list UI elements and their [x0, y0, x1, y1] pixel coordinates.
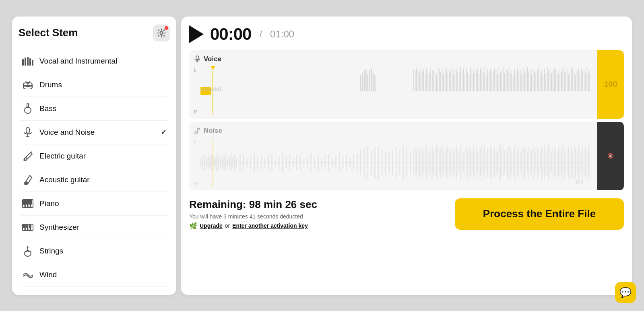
svg-rect-353	[535, 151, 536, 174]
svg-rect-201	[208, 155, 209, 170]
stem-item-acoustic-guitar[interactable]: Acoustic guitar	[19, 168, 170, 192]
svg-rect-383	[578, 144, 579, 181]
strings-icon	[22, 245, 34, 257]
noise-waveform	[200, 138, 591, 187]
svg-rect-127	[497, 74, 498, 91]
svg-rect-257	[378, 146, 379, 179]
svg-rect-273	[422, 146, 423, 179]
stem-label-piano: Piano	[39, 199, 167, 208]
svg-rect-256	[374, 147, 376, 178]
svg-rect-126	[496, 70, 497, 91]
svg-rect-44	[196, 56, 198, 60]
svg-rect-203	[211, 154, 212, 171]
upgrade-leaf-icon: 🌿	[189, 222, 197, 230]
svg-rect-263	[399, 150, 400, 175]
svg-rect-120	[487, 69, 488, 91]
stem-item-strings[interactable]: Strings	[19, 239, 170, 263]
svg-rect-198	[202, 157, 203, 169]
svg-rect-134	[507, 71, 508, 91]
svg-rect-5	[32, 60, 33, 66]
svg-rect-276	[426, 145, 427, 180]
svg-rect-244	[332, 159, 333, 167]
svg-rect-151	[531, 74, 532, 91]
svg-rect-166	[553, 70, 553, 91]
svg-rect-114	[479, 74, 479, 91]
piano-icon	[22, 198, 34, 210]
svg-rect-287	[442, 146, 443, 179]
svg-rect-321	[490, 147, 491, 178]
stem-item-wind[interactable]: Wind	[19, 263, 170, 287]
svg-rect-243	[328, 154, 329, 171]
svg-rect-97	[454, 70, 455, 91]
svg-rect-112	[476, 71, 477, 91]
svg-rect-117	[483, 72, 484, 91]
svg-rect-164	[550, 68, 551, 91]
svg-rect-104	[464, 74, 465, 91]
svg-rect-325	[496, 149, 497, 176]
svg-rect-275	[425, 148, 425, 177]
bass-icon	[22, 103, 34, 115]
svg-rect-294	[452, 146, 452, 179]
svg-rect-179	[571, 69, 572, 91]
svg-rect-289	[445, 153, 446, 172]
time-total: 01:00	[270, 29, 294, 40]
svg-rect-259	[385, 151, 386, 174]
svg-rect-227	[271, 154, 272, 171]
svg-rect-82	[433, 70, 434, 91]
activation-key-link[interactable]: Enter another activation key	[232, 222, 308, 229]
play-triangle-icon	[189, 25, 204, 43]
svg-rect-70	[416, 68, 417, 91]
svg-rect-373	[564, 147, 565, 178]
svg-rect-371	[561, 150, 562, 175]
svg-rect-220	[247, 159, 248, 167]
svg-rect-377	[570, 150, 570, 175]
svg-rect-67	[374, 75, 376, 91]
chat-bubble-button[interactable]: 💬	[615, 282, 636, 303]
svg-rect-171	[559, 70, 560, 91]
voice-noise-icon	[22, 126, 34, 138]
svg-rect-291	[448, 145, 448, 180]
process-button[interactable]: Process the Entire File	[455, 198, 624, 230]
svg-rect-60	[362, 73, 363, 91]
stem-item-electric-guitar[interactable]: Electric guitar	[19, 144, 170, 168]
svg-rect-153	[534, 71, 535, 91]
stem-item-vocal-instrumental[interactable]: Vocal and Instrumental	[19, 49, 170, 73]
svg-rect-94	[450, 71, 451, 91]
svg-rect-350	[531, 150, 532, 175]
svg-rect-346	[526, 145, 526, 180]
wind-icon	[22, 269, 34, 281]
settings-button[interactable]	[153, 25, 170, 41]
upgrade-or-text: or	[225, 222, 230, 229]
stem-item-voice-noise[interactable]: Voice and Noise ✓	[19, 121, 170, 144]
svg-rect-328	[500, 144, 501, 181]
svg-rect-62	[365, 69, 367, 91]
svg-rect-218	[239, 154, 241, 171]
svg-rect-245	[335, 156, 336, 169]
svg-rect-335	[510, 146, 511, 179]
play-button[interactable]	[189, 25, 204, 43]
svg-rect-102	[462, 71, 462, 91]
panel-header: Select Stem	[19, 25, 170, 41]
gear-icon	[157, 29, 166, 37]
svg-rect-75	[423, 69, 424, 91]
stem-item-bass[interactable]: Bass	[19, 97, 170, 121]
svg-rect-206	[217, 153, 218, 172]
svg-rect-116	[481, 70, 482, 91]
stem-item-synthesizer[interactable]: Synthesizer	[19, 216, 170, 239]
stem-item-piano[interactable]: Piano	[19, 192, 170, 216]
app-container: Select Stem	[12, 16, 632, 295]
svg-rect-140	[516, 72, 516, 91]
svg-rect-83	[435, 72, 436, 91]
svg-rect-360	[545, 150, 546, 175]
svg-rect-105	[466, 69, 467, 91]
voice-playhead	[213, 67, 213, 115]
svg-rect-267	[413, 150, 414, 175]
svg-rect-29	[27, 200, 28, 204]
svg-rect-271	[419, 149, 420, 176]
upgrade-link[interactable]: Upgrade	[200, 222, 223, 229]
svg-rect-143	[520, 70, 521, 91]
svg-rect-290	[446, 147, 447, 178]
svg-rect-378	[571, 146, 572, 179]
svg-rect-337	[513, 149, 514, 176]
stem-item-drums[interactable]: Drums	[19, 73, 170, 97]
